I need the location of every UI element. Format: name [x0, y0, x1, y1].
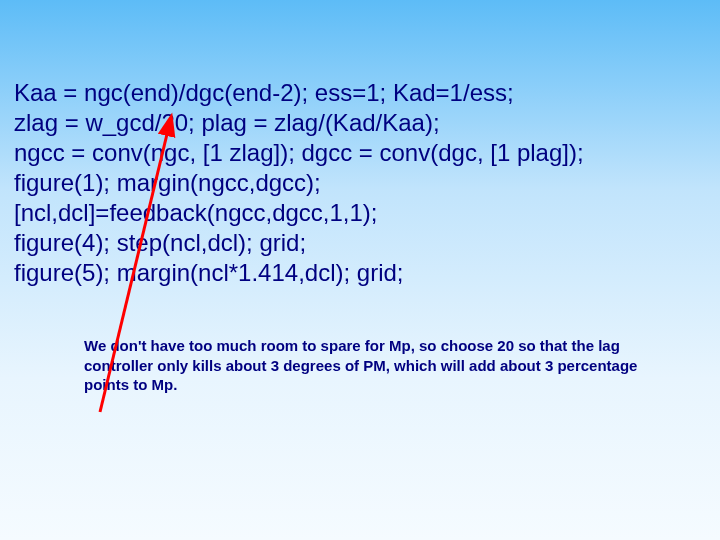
code-line: figure(1); margin(ngcc,dgcc);: [14, 168, 706, 198]
code-line: figure(5); margin(ncl*1.414,dcl); grid;: [14, 258, 706, 288]
code-line: [ncl,dcl]=feedback(ngcc,dgcc,1,1);: [14, 198, 706, 228]
code-block: Kaa = ngc(end)/dgc(end-2); ess=1; Kad=1/…: [14, 78, 706, 288]
code-line: zlag = w_gcd/20; plag = zlag/(Kad/Kaa);: [14, 108, 706, 138]
code-line: figure(4); step(ncl,dcl); grid;: [14, 228, 706, 258]
code-line: Kaa = ngc(end)/dgc(end-2); ess=1; Kad=1/…: [14, 78, 706, 108]
code-line: ngcc = conv(ngc, [1 zlag]); dgcc = conv(…: [14, 138, 706, 168]
annotation-note: We don't have too much room to spare for…: [84, 336, 666, 395]
